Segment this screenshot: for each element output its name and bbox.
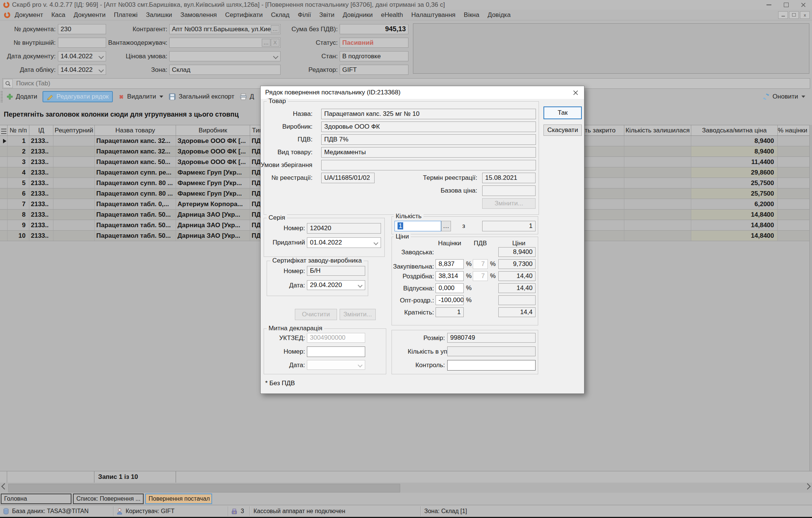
col-header-factory-price[interactable]: Заводська/митна ціна	[691, 125, 778, 136]
chevron-down-icon[interactable]	[358, 283, 363, 288]
user-icon	[117, 508, 123, 515]
menu-item-documents[interactable]: Документи	[70, 11, 110, 19]
certificate-change-button[interactable]: Змінити...	[340, 309, 376, 320]
product-change-button[interactable]: Змінити...	[482, 198, 536, 209]
col-header-id[interactable]: ІД	[29, 125, 53, 136]
dialog-title: Рядок повернення постачальнику (ID:21336…	[265, 89, 401, 96]
series-expiry-field[interactable]: 01.04.2022	[307, 237, 381, 248]
multiplicity-field[interactable]: 1	[436, 307, 464, 317]
col-header-num[interactable]: № п/п	[8, 125, 29, 136]
export-button[interactable]: Загальний експорт	[168, 93, 234, 100]
menu-item-settings[interactable]: Налаштування	[407, 11, 460, 19]
retail-markup-field[interactable]: 38,314	[436, 271, 464, 281]
toolbar-grip[interactable]	[1, 91, 3, 102]
menu-item-directories[interactable]: Довідники	[338, 11, 377, 19]
base-price-field[interactable]	[482, 185, 536, 196]
purchase-price-field[interactable]: 9,7300	[498, 259, 536, 269]
menu-item-ehealth[interactable]: eHealth	[377, 11, 407, 19]
col-header-manufacturer[interactable]: Виробник	[176, 125, 250, 136]
mdi-close-icon[interactable]: x	[800, 11, 810, 19]
retail-vat-field[interactable]: 7	[473, 271, 488, 281]
close-icon[interactable]	[795, 0, 812, 10]
table-vscrollbar[interactable]	[809, 125, 812, 471]
menu-item-branches[interactable]: Філії	[294, 11, 315, 19]
quantity-of-label: з	[460, 221, 467, 231]
cancel-button[interactable]: Скасувати	[543, 125, 582, 136]
tab-home[interactable]: Головна	[1, 494, 71, 504]
add-button[interactable]: Додати	[6, 93, 37, 100]
horizontal-scrollbar[interactable]	[0, 483, 812, 493]
chevron-down-icon[interactable]	[358, 363, 363, 368]
series-number-label: Номер:	[261, 223, 305, 234]
certificate-date-field[interactable]: 29.04.2020	[307, 280, 365, 290]
certificate-number-field[interactable]: Б/Н	[307, 266, 365, 276]
uktzed-field[interactable]: 3004900000	[307, 333, 365, 343]
comment-panel[interactable]	[413, 23, 809, 74]
control-label: Контроль:	[392, 360, 445, 371]
menu-item-orders[interactable]: Замовлення	[176, 11, 221, 19]
multiplicity-price-field[interactable]: 14,4	[498, 307, 536, 317]
quantity-input[interactable]: 1	[395, 221, 441, 231]
percent-sign: %	[490, 259, 496, 269]
mdi-minimize-icon[interactable]	[778, 11, 788, 19]
refresh-button[interactable]: Оновити	[762, 93, 805, 100]
product-kind-field[interactable]: Медикаменты	[321, 147, 536, 158]
selling-markup-field[interactable]: 0,000	[436, 283, 464, 293]
col-header-markup-pct[interactable]: % націнки за	[778, 125, 812, 136]
menu-item-payments[interactable]: Платежі	[110, 11, 142, 19]
menu-item-windows[interactable]: Вікна	[460, 11, 483, 19]
tab-return-to-supplier[interactable]: Повернення постачал ..	[145, 494, 212, 504]
menu-item-document[interactable]: Документ	[11, 11, 47, 19]
certificate-clear-button[interactable]: Очистити	[295, 309, 337, 320]
scrollbar-thumb[interactable]	[8, 484, 400, 492]
chevron-down-icon[interactable]	[373, 240, 378, 245]
product-manufacturer-field[interactable]: Здоровье ООО ФК	[321, 122, 536, 132]
wholesale-markup-field[interactable]: -100,000	[436, 295, 464, 305]
product-vat-field[interactable]: ПДВ 7%	[321, 134, 536, 145]
size-field[interactable]: 9980749	[447, 333, 536, 343]
product-name-field[interactable]: Парацетамол капс. 325 мг № 10	[321, 109, 536, 119]
scroll-right-icon[interactable]	[804, 483, 811, 490]
quantity-lookup-button[interactable]: …	[441, 221, 451, 231]
storage-conditions-field[interactable]	[321, 160, 536, 170]
contragent-label: Контрагент:	[90, 24, 167, 34]
print-button[interactable]: Д	[240, 93, 254, 100]
series-number-field[interactable]: 120420	[307, 223, 381, 234]
col-header-name[interactable]: Назва товару	[95, 125, 176, 136]
factory-price-field[interactable]: 8,9400	[498, 247, 536, 257]
col-header-rx[interactable]: Рецептурний	[53, 125, 95, 136]
col-header-remaining[interactable]: Кількість залишилася	[624, 125, 691, 136]
edit-row-button[interactable]: Редагувати рядок	[42, 91, 113, 102]
scroll-left-icon[interactable]	[2, 483, 8, 490]
reg-number-field[interactable]: UA/11685/01/02	[321, 173, 375, 183]
pack-qty-field[interactable]	[447, 346, 536, 356]
tab-returns-list[interactable]: Список: Повернення ...	[73, 494, 144, 504]
quantity-total-field[interactable]: 1	[482, 221, 536, 231]
wholesale-price-field[interactable]	[498, 295, 536, 305]
consignee-label: Вантажоодержувач:	[90, 38, 167, 48]
reg-term-field[interactable]: 15.08.2021	[482, 173, 536, 183]
ok-button[interactable]: Так	[543, 106, 582, 119]
menu-item-help[interactable]: Довідка	[483, 11, 515, 19]
column-chooser-icon[interactable]	[0, 125, 8, 136]
menu-item-certificates[interactable]: Сертифікати	[221, 11, 267, 19]
purchase-vat-field[interactable]: 7	[473, 259, 488, 269]
minimize-icon[interactable]	[760, 0, 777, 10]
control-field[interactable]	[447, 360, 536, 371]
customs-number-field[interactable]	[307, 346, 365, 357]
menu-item-kasa[interactable]: Каса	[47, 11, 69, 19]
menu-item-reports[interactable]: Звіти	[315, 11, 338, 19]
tab-bar: Головна Список: Повернення ... Поверненн…	[0, 493, 812, 505]
menu-item-stocks[interactable]: Залишки	[142, 11, 176, 19]
delete-button[interactable]: Видалити	[118, 93, 163, 100]
purchase-markup-field[interactable]: 8,837	[436, 259, 464, 269]
retail-price-field[interactable]: 14,40	[498, 271, 536, 281]
app-logo-icon-small	[4, 12, 11, 18]
mdi-restore-icon[interactable]	[789, 11, 799, 19]
menu-item-warehouse[interactable]: Склад	[267, 11, 294, 19]
selling-price-field[interactable]: 14,40	[498, 283, 536, 293]
dialog-close-icon[interactable]	[570, 88, 581, 97]
customs-date-field[interactable]	[307, 360, 365, 370]
restore-icon[interactable]	[777, 0, 795, 10]
app-window: Скарб pro v. 4.0.2.77 [ІД: 969] - [Апт №…	[0, 0, 812, 518]
